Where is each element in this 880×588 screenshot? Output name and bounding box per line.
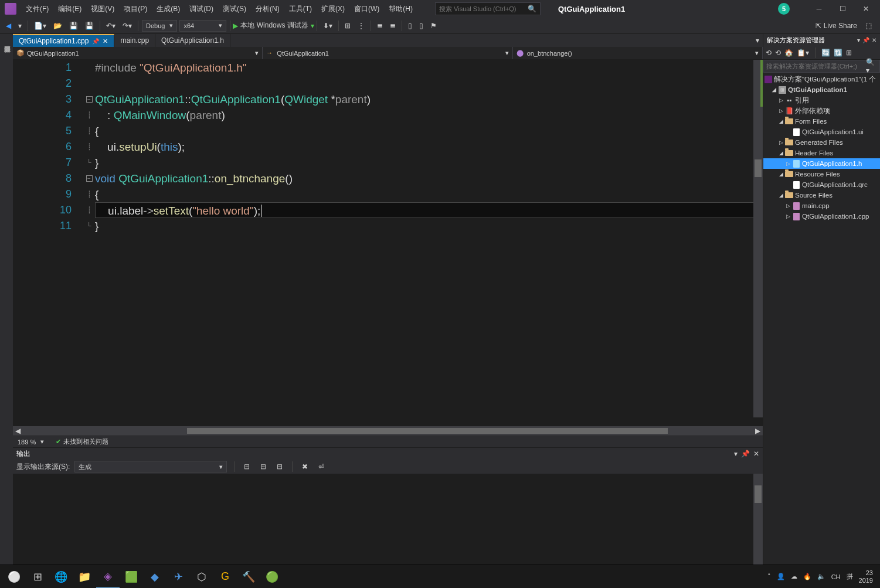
- tray-vol-icon[interactable]: 🔈: [817, 573, 825, 580]
- outdent-btn[interactable]: ≣: [388, 21, 398, 31]
- app-icon-5[interactable]: G: [213, 565, 237, 589]
- menu-test[interactable]: 测试(S): [218, 2, 251, 16]
- search-icon[interactable]: 🔍: [528, 5, 536, 13]
- sol-back-icon[interactable]: ⟲: [775, 49, 781, 57]
- tab-main-cpp[interactable]: main.cpp: [114, 34, 155, 47]
- task-view-icon[interactable]: ⊞: [26, 565, 49, 589]
- bookmark-btn[interactable]: ⚑: [428, 21, 439, 31]
- menu-view[interactable]: 视图(V): [86, 2, 119, 16]
- redo-button[interactable]: ↷▾: [120, 21, 134, 31]
- open-button[interactable]: 📂: [51, 21, 64, 31]
- toolbox-tab[interactable]: 工具箱: [0, 36, 2, 562]
- save-button[interactable]: 💾: [67, 21, 80, 31]
- sol-home-icon[interactable]: ⟲: [766, 49, 772, 57]
- edge-icon[interactable]: 🌐: [49, 565, 73, 589]
- ui-file[interactable]: QtGuiApplication1.ui: [763, 127, 880, 137]
- output-wrap-icon[interactable]: ⏎: [316, 461, 327, 472]
- generated-files-folder[interactable]: ▷Generated Files: [763, 137, 880, 148]
- config-combo[interactable]: Debug▾: [142, 20, 177, 32]
- sol-pin-icon[interactable]: 📌: [862, 37, 869, 43]
- sol-home2-icon[interactable]: 🏠: [784, 49, 793, 57]
- output-btn3[interactable]: ⊟: [274, 461, 285, 472]
- form-files-folder[interactable]: ◢Form Files: [763, 116, 880, 127]
- tray-ime[interactable]: 拼: [847, 572, 853, 581]
- main-cpp-file[interactable]: ▷main.cpp: [763, 200, 880, 211]
- sol-showall-icon[interactable]: ⊞: [846, 49, 852, 57]
- references-node[interactable]: ▷▪▪引用: [763, 95, 880, 106]
- tray-people-icon[interactable]: 👤: [777, 573, 785, 580]
- sol-dropdown-icon[interactable]: ▾: [857, 37, 860, 43]
- tray-up-icon[interactable]: ˄: [767, 573, 771, 580]
- output-pin-icon[interactable]: 📌: [741, 450, 750, 458]
- project-node[interactable]: ◢⊞QtGuiApplication1: [763, 84, 880, 95]
- menu-help[interactable]: 帮助(H): [384, 2, 417, 16]
- menu-build[interactable]: 生成(B): [152, 2, 185, 16]
- toolbar-btn2[interactable]: ⋮: [355, 21, 367, 31]
- app-icon-6[interactable]: 🔨: [237, 565, 260, 589]
- menu-window[interactable]: 窗口(W): [349, 2, 384, 16]
- menu-extensions[interactable]: 扩展(X): [317, 2, 349, 16]
- editor-vscrollbar[interactable]: [753, 60, 763, 417]
- app-icon-3[interactable]: ✈: [167, 565, 190, 589]
- indent-btn[interactable]: ≣: [375, 21, 385, 31]
- maximize-button[interactable]: ☐: [831, 0, 854, 18]
- new-project-button[interactable]: 📄▾: [32, 21, 49, 31]
- tab-qtgui-cpp[interactable]: QtGuiApplication1.cpp📌✕: [13, 34, 114, 47]
- tray-net-icon[interactable]: 🔥: [803, 573, 811, 580]
- output-vscrollbar[interactable]: [753, 474, 763, 565]
- back-button[interactable]: ◀: [4, 21, 13, 31]
- comment-btn[interactable]: ▯: [406, 21, 414, 31]
- global-search[interactable]: 🔍: [435, 2, 541, 15]
- vs-taskbar-icon[interactable]: ◈: [96, 565, 120, 589]
- nav-member[interactable]: ⬤on_btnchange()▾: [513, 47, 763, 59]
- step-button[interactable]: ⬇▾: [321, 21, 335, 31]
- source-files-folder[interactable]: ◢Source Files: [763, 190, 880, 200]
- close-tab-icon[interactable]: ✕: [103, 38, 108, 45]
- qtgui-cpp-file[interactable]: ▷QtGuiApplication1.cpp: [763, 211, 880, 222]
- live-share-button[interactable]: ⇱ Live Share ⬚: [810, 22, 878, 30]
- resource-files-folder[interactable]: ◢Resource Files: [763, 169, 880, 179]
- solution-root[interactable]: 解决方案"QtGuiApplication1"(1 个: [763, 74, 880, 84]
- tabs-dropdown-icon[interactable]: ▾: [756, 36, 759, 45]
- search-icon[interactable]: 🔍▾: [866, 58, 877, 74]
- fold-column[interactable]: −┊┊ ┊└ −┊┊└: [83, 60, 95, 426]
- editor-hscrollbar[interactable]: ◀▶: [13, 426, 763, 436]
- tab-qtgui-h[interactable]: QtGuiApplication1.h: [155, 34, 230, 47]
- header-file[interactable]: ▷QtGuiApplication1.h: [763, 158, 880, 169]
- output-clear-icon[interactable]: ✖: [300, 461, 310, 472]
- app-icon-2[interactable]: ◆: [143, 565, 167, 589]
- user-avatar[interactable]: 5: [778, 3, 790, 15]
- header-files-folder[interactable]: ◢Header Files: [763, 148, 880, 158]
- nav-scope[interactable]: 📦QtGuiApplication1▾: [13, 47, 263, 59]
- menu-project[interactable]: 项目(P): [119, 2, 152, 16]
- sol-sync-icon[interactable]: 🔄: [821, 49, 830, 57]
- tray-cloud-icon[interactable]: ☁: [791, 573, 797, 580]
- platform-combo[interactable]: x64▾: [179, 20, 226, 32]
- app-icon-7[interactable]: 🟢: [260, 565, 284, 589]
- taskbar-clock[interactable]: 232019: [859, 569, 873, 583]
- external-deps-node[interactable]: ▷📕外部依赖项: [763, 106, 880, 116]
- solution-search-input[interactable]: [766, 63, 866, 70]
- server-explorer-tab[interactable]: 服务器资源管理器: [2, 36, 13, 562]
- menu-analyze[interactable]: 分析(N): [251, 2, 284, 16]
- qrc-file[interactable]: QtGuiApplication1.qrc: [763, 179, 880, 190]
- output-close-icon[interactable]: ✕: [753, 450, 759, 458]
- toolbar-btn1[interactable]: ⊞: [342, 21, 353, 31]
- code-editor[interactable]: 12 34 56 78 910 11 −┊┊ ┊└ −┊┊└ #include …: [13, 60, 763, 426]
- app-icon-1[interactable]: 🟩: [120, 565, 143, 589]
- pin-icon[interactable]: 📌: [92, 38, 99, 45]
- output-dropdown-icon[interactable]: ▾: [734, 450, 738, 458]
- global-search-input[interactable]: [439, 5, 528, 12]
- menu-edit[interactable]: 编辑(E): [53, 2, 86, 16]
- output-body[interactable]: [13, 474, 763, 565]
- undo-button[interactable]: ↶▾: [104, 21, 118, 31]
- sol-refresh-icon[interactable]: 🔃: [834, 49, 842, 57]
- sol-close-icon[interactable]: ✕: [872, 37, 876, 43]
- app-icon-4[interactable]: ⬡: [190, 565, 213, 589]
- save-all-button[interactable]: 💾: [83, 21, 96, 31]
- minimize-button[interactable]: ─: [807, 0, 831, 18]
- solution-tree[interactable]: 解决方案"QtGuiApplication1"(1 个 ◢⊞QtGuiAppli…: [763, 73, 880, 565]
- menu-tools[interactable]: 工具(T): [284, 2, 317, 16]
- solution-search[interactable]: 🔍▾: [763, 60, 880, 73]
- start-debug-button[interactable]: ▶ 本地 Windows 调试器 ▾: [233, 21, 314, 30]
